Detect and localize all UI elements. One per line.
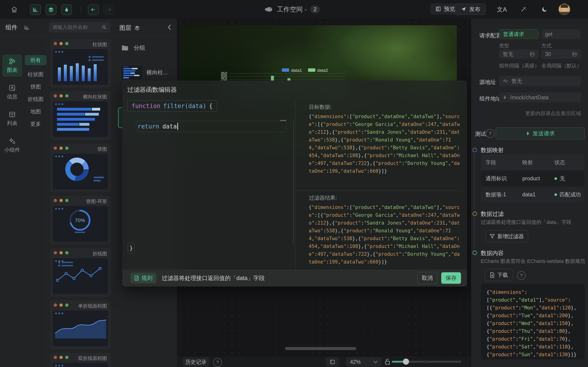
- category-line[interactable]: 折线图: [25, 94, 46, 104]
- layer-group-item[interactable]: 分组: [121, 44, 145, 52]
- zoom-slider-notch: [424, 360, 427, 363]
- category-more[interactable]: 更多: [25, 119, 46, 129]
- layer-item-horizontal-bar[interactable]: 横向柱...: [118, 61, 174, 83]
- history-help-icon[interactable]: ?: [213, 358, 222, 367]
- text-cursor: [177, 123, 178, 130]
- target-data-label: 目标数据:: [309, 103, 331, 110]
- zoom-slider-handle[interactable]: [403, 359, 409, 365]
- moon-icon: [541, 6, 548, 13]
- code-editor-line[interactable]: return data: [136, 121, 286, 132]
- download-file-icon: [490, 272, 494, 278]
- global-interval-input[interactable]: 30 秒: [541, 49, 581, 59]
- nav-item-list[interactable]: 列表: [2, 108, 22, 130]
- component-card-double-area[interactable]: 双折线面积图: [50, 353, 111, 367]
- component-card-ring[interactable]: 饼图-环形 70%: [50, 196, 111, 244]
- component-card-bar[interactable]: 柱状图: [50, 39, 111, 88]
- zoom-value: 42%: [350, 359, 361, 365]
- history-button[interactable]: 历史记录: [183, 357, 209, 367]
- canvas-horizontal-scrollbar[interactable]: [285, 347, 356, 350]
- panel-layout-button[interactable]: [326, 357, 339, 367]
- nav-item-info[interactable]: 信息: [2, 81, 22, 103]
- card-thumbnail-line: [53, 258, 108, 294]
- zoom-slider[interactable]: [392, 361, 461, 363]
- components-nav-rail: 图表 信息 列表 小组件: [0, 35, 23, 367]
- home-button[interactable]: [9, 4, 19, 15]
- modal-horizontal-divider: [295, 191, 462, 191]
- dark-mode-button[interactable]: [539, 4, 550, 15]
- card-thumbnail-area: [53, 311, 108, 346]
- card-thumbnail-ring: 70%: [53, 206, 108, 242]
- user-avatar[interactable]: [559, 4, 570, 15]
- nav-label-info: 信息: [7, 93, 17, 100]
- toggle-layers-panel-button[interactable]: [46, 4, 56, 15]
- component-search-input[interactable]: [52, 24, 102, 31]
- ring-percent-label: 70%: [75, 217, 85, 223]
- open-brace: {: [209, 102, 213, 109]
- preview-label: 预览: [444, 5, 455, 13]
- category-bar[interactable]: 柱状图: [25, 69, 46, 79]
- component-interval-input[interactable]: 暂无 秒: [499, 49, 539, 59]
- keyword-return: return: [138, 123, 159, 130]
- content-help-icon[interactable]: ?: [517, 271, 526, 280]
- add-filter-button[interactable]: 新增过滤器: [485, 230, 528, 242]
- card-title: 单折线面积图: [78, 303, 107, 309]
- mapping-status: 无: [560, 175, 565, 182]
- timeline-node-filter: [473, 211, 477, 216]
- unlock-icon: [384, 358, 390, 365]
- timeline-node-content: [473, 250, 477, 255]
- timeline-line: [474, 153, 475, 210]
- zoom-select[interactable]: 42%: [346, 357, 382, 367]
- component-address-input[interactable]: /mock/chartData: [499, 92, 581, 102]
- code-scrollbar[interactable]: [293, 121, 294, 245]
- nav-item-widgets[interactable]: 小组件: [2, 134, 22, 156]
- card-window-dots: [54, 199, 69, 202]
- components-panel-title: 组件: [6, 23, 17, 31]
- language-button[interactable]: 文A: [496, 4, 508, 15]
- test-help-icon[interactable]: ?: [486, 129, 494, 138]
- component-card-area[interactable]: 单折线面积图: [50, 300, 111, 349]
- layer-group-label: 分组: [134, 44, 145, 52]
- nav-label-list: 列表: [7, 120, 17, 127]
- mapping-status: 匹配成功: [560, 191, 581, 198]
- component-interval-value: 暂无: [503, 51, 513, 58]
- collapse-layers-button[interactable]: [167, 24, 172, 30]
- nav-item-charts[interactable]: 图表: [2, 55, 22, 77]
- nav-label-widgets: 小组件: [4, 146, 20, 153]
- redo-button[interactable]: [104, 4, 114, 15]
- status-dot: [554, 177, 557, 180]
- arrow-right-icon: [106, 7, 112, 13]
- card-window-dots: [54, 42, 69, 45]
- request-type-select[interactable]: 普通请求: [499, 29, 539, 39]
- category-map[interactable]: 地图: [25, 106, 46, 117]
- toggle-details-panel-button[interactable]: [61, 4, 72, 15]
- category-pie[interactable]: 饼图: [25, 82, 46, 92]
- component-card-pie[interactable]: 饼图: [50, 144, 111, 192]
- toggle-components-panel-button[interactable]: [30, 4, 41, 15]
- workspace-count-badge: 2: [310, 6, 320, 13]
- mapping-header-field: 字段: [481, 159, 518, 166]
- function-name: filter(data): [163, 102, 206, 109]
- send-request-button[interactable]: 发送请求: [496, 127, 585, 140]
- theme-magic-button[interactable]: [518, 4, 529, 15]
- layers-panel-header: 图层: [120, 24, 140, 32]
- request-method-select[interactable]: get: [541, 29, 581, 39]
- filter-editor-modal: 过滤器函数编辑器 function filter(data) { return …: [122, 81, 467, 286]
- category-all[interactable]: 所有: [25, 55, 46, 65]
- function-signature: function filter(data) {: [127, 100, 217, 112]
- undo-button[interactable]: [88, 4, 99, 15]
- publish-button[interactable]: 发布: [455, 3, 485, 15]
- data-filter-title: 数据过滤: [481, 210, 504, 218]
- source-address-input[interactable]: 暂无: [499, 76, 581, 86]
- component-card-line[interactable]: 折线图: [50, 248, 111, 297]
- component-search[interactable]: [49, 22, 110, 33]
- cancel-button[interactable]: 取消: [417, 272, 437, 284]
- save-button[interactable]: 保存: [441, 272, 461, 284]
- component-card-horizontal-bar[interactable]: 横向柱状图: [50, 91, 111, 140]
- layer-item-thumbnail: [121, 65, 143, 80]
- lock-button[interactable]: [384, 358, 390, 365]
- modal-footer: 规则 过滤器将处理接口返回值的「data」字段 取消 保存: [122, 269, 467, 286]
- modal-title: 过滤器函数编辑器: [127, 85, 177, 94]
- download-button[interactable]: 下载: [485, 269, 513, 281]
- source-address-label: 源地址: [479, 78, 496, 86]
- search-icon: [102, 25, 107, 30]
